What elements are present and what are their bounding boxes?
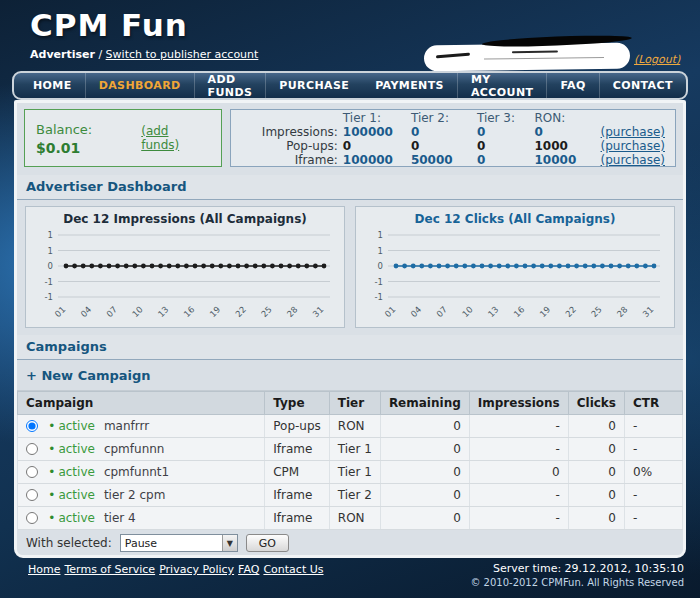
add-funds-link[interactable]: (add funds) <box>141 124 210 152</box>
purchase-link[interactable]: (purchase) <box>601 153 665 167</box>
nav-item-dashboard[interactable]: DASHBOARD <box>85 73 194 98</box>
new-campaign-link[interactable]: + New Campaign <box>26 368 151 383</box>
tier-value: 0 <box>343 139 411 153</box>
svg-text:-1: -1 <box>45 277 53 287</box>
balance-row: Balance: $0.01 (add funds) Tier 1: Tier … <box>17 103 683 173</box>
footer-link-contact-us[interactable]: Contact Us <box>263 563 323 576</box>
chevron-down-icon: ▼ <box>222 535 237 551</box>
svg-text:16: 16 <box>182 304 197 319</box>
balance-box: Balance: $0.01 (add funds) <box>24 109 222 167</box>
column-header-impressions: Impressions <box>469 392 568 415</box>
campaign-radio[interactable] <box>26 512 38 524</box>
footer-right: Server time: 29.12.2012, 10:35:10 © 2010… <box>470 561 684 590</box>
footer-link-home[interactable]: Home <box>28 563 60 576</box>
nav-item-add-funds[interactable]: ADD FUNDS <box>194 73 266 98</box>
redaction-stroke <box>484 57 604 60</box>
logout-link[interactable]: (Logout) <box>634 53 680 66</box>
footer-links: HomeTerms of ServicePrivacy PolicyFAQCon… <box>28 563 328 576</box>
action-dropdown[interactable]: Pause ▼ <box>120 534 238 552</box>
campaigns-section-header: Campaigns <box>17 335 683 360</box>
campaign-clicks: 0 <box>568 415 624 438</box>
new-campaign-row: + New Campaign <box>17 360 683 391</box>
redaction-stroke <box>436 53 470 59</box>
with-selected-label: With selected: <box>26 536 112 550</box>
svg-text:-1: -1 <box>375 277 383 287</box>
svg-text:1: 1 <box>48 246 53 256</box>
chart-title: Dec 12 Clicks (All Campaigns) <box>358 212 672 227</box>
nav-item-contact[interactable]: CONTACT <box>599 73 686 98</box>
campaign-radio[interactable] <box>26 443 38 455</box>
campaign-impressions: - <box>469 415 568 438</box>
tier-row-label: Impressions: <box>231 125 343 139</box>
campaign-tier: Tier 1 <box>329 461 380 484</box>
campaigns-table-header: CampaignTypeTierRemainingImpressionsClic… <box>18 392 683 415</box>
campaign-radio[interactable] <box>26 420 38 432</box>
clicks-chart-panel: Dec 12 Clicks (All Campaigns) 110-1-1010… <box>355 206 675 328</box>
svg-text:01: 01 <box>53 304 68 319</box>
svg-text:01: 01 <box>383 304 398 319</box>
status-dot-icon: • <box>48 419 55 433</box>
tier-value: 0 <box>477 125 535 139</box>
svg-text:04: 04 <box>408 304 423 319</box>
svg-text:07: 07 <box>434 304 449 319</box>
redacted-username <box>424 43 630 72</box>
campaign-remaining: 0 <box>380 484 469 507</box>
campaign-row: •activecpmfunnt1 CPM Tier 1 0 0 0 0% <box>18 461 683 484</box>
logout-wrap: (Logout) <box>634 53 680 66</box>
footer-link-privacy-policy[interactable]: Privacy Policy <box>159 563 234 576</box>
tier-value: 0 <box>535 125 601 139</box>
nav-item-my-account[interactable]: MY ACCOUNT <box>457 73 546 98</box>
footer-link-faq[interactable]: FAQ <box>238 563 259 576</box>
campaign-name: tier 2 cpm <box>104 488 166 502</box>
dashboard-section-header: Advertiser Dashboard <box>17 175 683 200</box>
campaign-remaining: 0 <box>380 415 469 438</box>
charts-row: Dec 12 Impressions (All Campaigns) 110-1… <box>17 200 683 333</box>
campaign-tier: RON <box>329 507 380 530</box>
campaign-row: •activetier 2 cpm Iframe Tier 2 0 - 0 - <box>18 484 683 507</box>
nav-item-home[interactable]: HOME <box>20 73 85 98</box>
nav-item-faq[interactable]: FAQ <box>546 73 598 98</box>
svg-text:0: 0 <box>378 261 383 271</box>
tier-column-header: Tier 2: <box>411 111 477 125</box>
campaign-status: active <box>58 465 94 479</box>
balance-text: Balance: $0.01 <box>36 119 141 157</box>
svg-text:25: 25 <box>589 304 604 319</box>
breadcrumb-separator: / <box>95 48 106 61</box>
purchase-link[interactable]: (purchase) <box>601 125 665 139</box>
go-button[interactable]: GO <box>246 534 289 552</box>
switch-account-link[interactable]: Switch to publisher account <box>106 48 259 61</box>
nav-item-payments[interactable]: PAYMENTS <box>362 73 457 98</box>
copyright-notice: © 2010-2012 CPMFun. All Rights Reserved <box>470 576 684 590</box>
svg-text:07: 07 <box>104 304 119 319</box>
status-dot-icon: • <box>48 465 55 479</box>
svg-text:13: 13 <box>156 304 171 319</box>
tier-value: 0 <box>477 139 535 153</box>
nav-item-purchase[interactable]: PURCHASE <box>265 73 362 98</box>
balance-amount: $0.01 <box>36 140 80 156</box>
campaign-clicks: 0 <box>568 507 624 530</box>
tier-row-label: Iframe: <box>231 153 343 167</box>
campaign-radio[interactable] <box>26 466 38 478</box>
column-header-type: Type <box>265 392 330 415</box>
campaign-type: Iframe <box>265 507 330 530</box>
tier-value: 100000 <box>343 153 411 167</box>
campaign-remaining: 0 <box>380 507 469 530</box>
chart-plot: 110-1-10104071013161922252831 <box>28 227 342 325</box>
svg-text:28: 28 <box>285 304 300 319</box>
campaign-radio[interactable] <box>26 489 38 501</box>
tier-value: 0 <box>411 125 477 139</box>
tier-inventory-box: Tier 1: Tier 2: Tier 3: RON: Impressions… <box>230 109 676 167</box>
svg-text:19: 19 <box>537 304 552 319</box>
campaign-type: Iframe <box>265 484 330 507</box>
svg-text:04: 04 <box>78 304 93 319</box>
campaign-type: CPM <box>265 461 330 484</box>
footer-link-terms-of-service[interactable]: Terms of Service <box>64 563 155 576</box>
svg-text:16: 16 <box>512 304 527 319</box>
campaign-row: •activecpmfunnn Iframe Tier 1 0 - 0 - <box>18 438 683 461</box>
chart-plot: 110-1-10104071013161922252831 <box>358 227 672 325</box>
campaign-status: active <box>58 419 94 433</box>
tier-row: Pop-ups: 0 0 0 1000 (purchase) <box>231 139 665 153</box>
main-panel: Balance: $0.01 (add funds) Tier 1: Tier … <box>14 100 686 558</box>
svg-text:28: 28 <box>615 304 630 319</box>
purchase-link[interactable]: (purchase) <box>601 139 665 153</box>
